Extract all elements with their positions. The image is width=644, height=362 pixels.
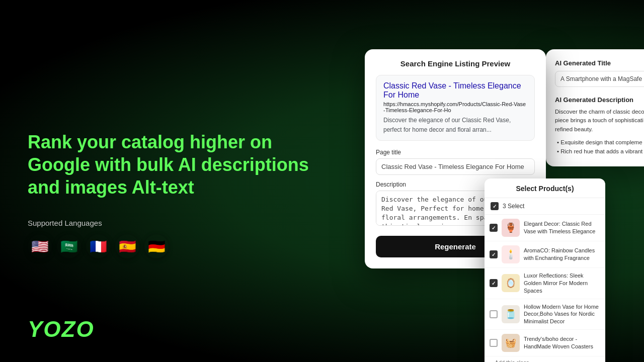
supported-languages-label: Supported Languages	[28, 219, 319, 227]
product-row-3[interactable]: 🫙 Hollow Modern Vase for Home Decor,Boho…	[485, 299, 605, 330]
ai-generated-panel: AI Generated Title AI Generated Descript…	[546, 49, 644, 166]
flag-saudi: 🇸🇦	[57, 234, 81, 258]
product-checkbox-3[interactable]	[490, 310, 498, 318]
select-all-row[interactable]: 3 Select	[485, 198, 605, 215]
product-row-0[interactable]: 🏺 Elegant Decor: Classic Red Vase with T…	[485, 215, 605, 241]
left-content: Rank your catalog higher on Google with …	[28, 131, 319, 258]
select-all-checkbox[interactable]	[491, 202, 499, 210]
product-name-3: Hollow Modern Vase for Home Decor,Boho V…	[524, 303, 600, 326]
ai-title-label: AI Generated Title	[555, 59, 644, 67]
product-row-4[interactable]: 🧺 Trendy's/boho decor - HandMade Woven C…	[485, 330, 605, 356]
product-thumb-4: 🧺	[502, 334, 520, 352]
product-name-1: AromaCO: Rainbow Candles with Enchanting…	[524, 247, 600, 262]
product-name-4: Trendy's/boho decor - HandMade Woven Coa…	[524, 335, 600, 350]
product-checkbox-1[interactable]	[490, 250, 498, 258]
ai-title-input[interactable]	[555, 71, 644, 87]
product-checkbox-0[interactable]	[490, 224, 498, 232]
google-link[interactable]: Classic Red Vase - Timeless Elegance For…	[383, 81, 527, 100]
google-preview-snippet: Classic Red Vase - Timeless Elegance For…	[376, 75, 535, 141]
product-thumb-0: 🏺	[502, 219, 520, 237]
flag-france: 🇫🇷	[86, 234, 110, 258]
headline: Rank your catalog higher on Google with …	[28, 131, 319, 199]
product-name-0: Elegant Decor: Classic Red Vase with Tim…	[524, 220, 600, 235]
product-thumb-3: 🫙	[502, 305, 520, 323]
flags-row: 🇺🇸 🇸🇦 🇫🇷 🇪🇸 🇩🇪	[28, 234, 319, 258]
flag-germany: 🇩🇪	[144, 234, 169, 258]
ai-desc-label: AI Generated Description	[555, 96, 644, 104]
flag-usa: 🇺🇸	[28, 234, 52, 258]
products-panel-title: Select Product(s)	[485, 178, 605, 198]
select-all-label: 3 Select	[503, 203, 524, 210]
add-class-link[interactable]: – Add this class	[485, 356, 605, 362]
seo-card-title: Search Engine Listing Preview	[376, 59, 535, 68]
product-row-2[interactable]: 🪞 Luxor Reflections: Sleek Golden Mirror…	[485, 268, 605, 299]
product-thumb-2: 🪞	[502, 274, 520, 292]
logo: YOZO	[28, 317, 95, 342]
flag-spain: 🇪🇸	[115, 234, 139, 258]
product-checkbox-4[interactable]	[490, 339, 498, 347]
google-url: https://hmaccs.myshopify.com/Products/Cl…	[383, 101, 527, 113]
product-checkbox-2[interactable]	[490, 279, 498, 287]
product-name-2: Luxor Reflections: Sleek Golden Mirror F…	[524, 272, 600, 295]
product-row-1[interactable]: 🕯️ AromaCO: Rainbow Candles with Enchant…	[485, 241, 605, 268]
page-title-input[interactable]	[376, 158, 535, 175]
ai-bullet-1: Exquisite design that compleme	[555, 138, 644, 147]
select-products-panel: Select Product(s) 3 Select 🏺 Elegant Dec…	[485, 178, 605, 362]
product-thumb-1: 🕯️	[502, 245, 520, 263]
ai-bullet-2: Rich red hue that adds a vibrant	[555, 147, 644, 156]
page-title-label: Page title	[376, 149, 535, 156]
google-desc: Discover the elegance of our Classic Red…	[383, 117, 511, 133]
ai-desc-text: Discover the charm of classic deco piece…	[555, 108, 644, 134]
